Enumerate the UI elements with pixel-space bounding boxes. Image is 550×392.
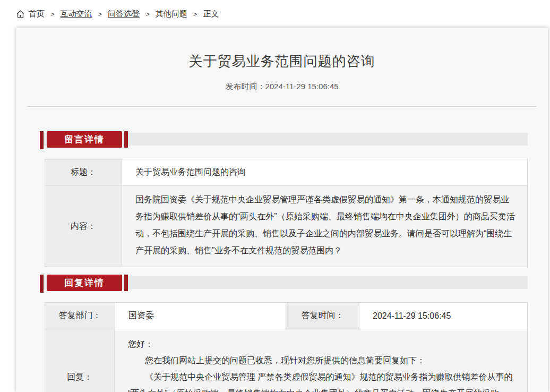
table-row: 回复： 您好： 您在我们网站上提交的问题已收悉，现针对您所提供的信息简要回复如下… — [45, 329, 527, 392]
reply-paragraph: 您在我们网站上提交的问题已收悉，现针对您所提供的信息简要回复如下： — [128, 352, 514, 369]
publish-time-value: 2024-11-29 15:06:45 — [265, 82, 338, 91]
reply-time-value: 2024-11-29 15:06:45 — [359, 303, 527, 329]
publish-time-label: 发布时间： — [225, 82, 265, 91]
breadcrumb-separator: > — [50, 10, 55, 18]
breadcrumb: 首页 > 互动交流 > 问答选登 > 其他问题 > 正文 — [0, 0, 550, 28]
title-label: 标题： — [45, 159, 122, 185]
table-row: 标题： 关于贸易业务范围问题的咨询 — [45, 159, 527, 186]
reply-details-header: 回复详情 — [40, 275, 528, 292]
breadcrumb-item-home[interactable]: 首页 — [29, 9, 45, 19]
page-title: 关于贸易业务范围问题的咨询 — [16, 53, 548, 69]
reply-content: 您好： 您在我们网站上提交的问题已收悉，现针对您所提供的信息简要回复如下： 《关… — [115, 329, 527, 392]
message-details-badge: 留言详情 — [47, 131, 122, 148]
message-details-table: 标题： 关于贸易业务范围问题的咨询 内容： 国务院国资委《关于规范中央企业贸易管… — [45, 159, 528, 267]
content-value: 国务院国资委《关于规范中央企业贸易管理严谨各类虚假贸易的通知》第一条，本通知规范… — [122, 186, 527, 267]
header-right-bar — [124, 275, 128, 291]
reply-time-label: 答复时间： — [286, 303, 359, 329]
header-right-bar — [124, 131, 128, 148]
breadcrumb-separator: > — [193, 10, 197, 18]
breadcrumb-item-interaction[interactable]: 互动交流 — [61, 9, 92, 19]
header-left-bar — [40, 275, 44, 293]
reply-paragraph: 您好： — [128, 336, 514, 352]
breadcrumb-item-qa[interactable]: 问答选登 — [108, 9, 140, 19]
content-label: 内容： — [45, 186, 122, 267]
table-row: 答复部门： 国资委 答复时间： 2024-11-29 15:06:45 — [45, 303, 527, 329]
reply-dept-value: 国资委 — [115, 303, 286, 329]
reply-dept-label: 答复部门： — [45, 303, 115, 329]
divider — [28, 106, 536, 107]
reply-paragraph: 《关于规范中央企业贸易管理 严禁各类虚假贸易的通知》规范的贸易业务指为赚取供销差… — [128, 369, 514, 392]
breadcrumb-item-other[interactable]: 其他问题 — [156, 9, 187, 19]
publish-time: 发布时间：2024-11-29 15:06:45 — [16, 82, 548, 92]
breadcrumb-separator: > — [98, 10, 102, 18]
table-row: 内容： 国务院国资委《关于规范中央企业贸易管理严谨各类虚假贸易的通知》第一条，本… — [45, 186, 527, 267]
reply-details-table: 答复部门： 国资委 答复时间： 2024-11-29 15:06:45 回复： … — [45, 302, 528, 392]
message-details-header: 留言详情 — [40, 131, 528, 148]
breadcrumb-item-current: 正文 — [203, 9, 219, 19]
breadcrumb-separator: > — [145, 10, 150, 18]
header-left-bar — [40, 131, 44, 149]
reply-details-badge: 回复详情 — [47, 275, 122, 291]
content-card: 关于贸易业务范围问题的咨询 发布时间：2024-11-29 15:06:45 留… — [16, 28, 548, 392]
title-value: 关于贸易业务范围问题的咨询 — [122, 159, 527, 185]
home-icon — [16, 10, 25, 19]
reply-label: 回复： — [45, 329, 115, 392]
